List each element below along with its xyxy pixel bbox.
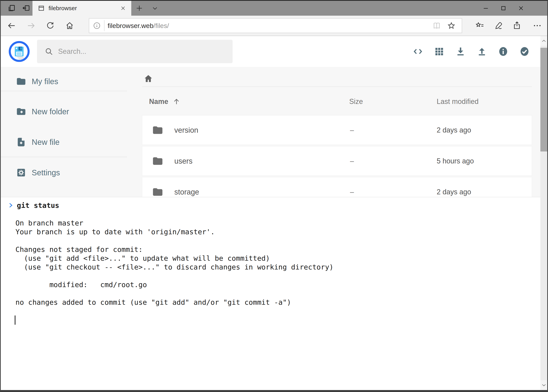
sidebar-item-label: My files	[32, 77, 58, 86]
close-window-button[interactable]	[512, 1, 530, 16]
folder-icon	[152, 186, 163, 198]
terminal-line: modified: cmd/root.go	[15, 280, 536, 289]
refresh-icon	[46, 21, 55, 30]
terminal-panel[interactable]: git status On branch master Your branch …	[1, 197, 540, 390]
row-size: –	[350, 157, 354, 165]
share-button[interactable]	[509, 17, 526, 34]
terminal-line	[15, 236, 536, 245]
url-separator	[104, 20, 104, 31]
sidebar-item-label: Settings	[32, 168, 60, 177]
sort-ascending-icon	[173, 98, 180, 105]
tab-list-button[interactable]	[149, 1, 161, 16]
column-header-size[interactable]: Size	[349, 98, 363, 106]
terminal-line	[15, 272, 536, 280]
back-icon	[7, 21, 16, 30]
sidebar-item-label: New folder	[32, 107, 69, 116]
tab-favicon	[38, 5, 45, 12]
refresh-button[interactable]	[42, 17, 59, 34]
terminal-line: (use "git checkout -- <file>..." to disc…	[15, 263, 536, 272]
maximize-button[interactable]	[495, 1, 512, 16]
row-size: –	[350, 188, 354, 196]
row-size: –	[350, 126, 354, 134]
search-bar[interactable]	[37, 40, 233, 63]
chevron-down-icon	[151, 5, 159, 12]
row-modified: 2 days ago	[437, 126, 471, 134]
address-bar[interactable]: filebrowser.web/files/	[89, 18, 462, 33]
search-input[interactable]	[58, 47, 233, 56]
hub-icon	[475, 21, 485, 30]
listing-header: Name Size Last modified	[142, 98, 532, 107]
scroll-down-button[interactable]	[540, 380, 547, 390]
minimize-button[interactable]	[477, 1, 495, 16]
terminal-command: git status	[17, 201, 59, 210]
terminal-line: (use "git add <file>..." to update what …	[15, 254, 536, 263]
forward-icon	[27, 21, 36, 30]
info-button[interactable]	[498, 46, 508, 57]
file-row-users[interactable]: users – 5 hours ago	[142, 146, 532, 176]
terminal-line: Changes not staged for commit:	[15, 245, 536, 254]
minimize-icon	[482, 5, 489, 12]
pen-icon	[494, 21, 503, 30]
home-button[interactable]	[61, 17, 78, 34]
folder-icon	[152, 155, 163, 167]
breadcrumb-home-icon[interactable]	[144, 74, 153, 83]
site-info-icon[interactable]	[93, 21, 101, 30]
tab-preview-icon	[7, 4, 16, 13]
prompt-chevron-icon	[7, 202, 14, 209]
terminal-line	[15, 307, 536, 315]
browser-window: filebrowser	[0, 0, 548, 392]
row-name: users	[174, 157, 193, 165]
folder-icon	[16, 76, 26, 86]
terminal-output: On branch master Your branch is up to da…	[15, 210, 536, 315]
listing-divider	[142, 86, 532, 87]
sidebar-divider	[1, 157, 127, 157]
terminal-line	[15, 210, 536, 219]
upload-button[interactable]	[477, 46, 487, 57]
url-path: /files/	[153, 22, 169, 29]
sidebar-item-label: New file	[32, 138, 59, 147]
favorites-hub-button[interactable]	[472, 17, 488, 34]
annotate-button[interactable]	[490, 17, 507, 34]
terminal-line: Your branch is up to date with 'origin/m…	[15, 227, 536, 236]
tab-preview-button[interactable]	[5, 1, 18, 16]
select-multiple-button[interactable]	[519, 46, 530, 57]
sidebar-item-my-files[interactable]: My files	[1, 75, 127, 88]
header-actions	[413, 36, 530, 67]
sidebar-item-settings[interactable]: Settings	[1, 166, 127, 179]
page-scrollbar[interactable]	[540, 36, 547, 390]
column-header-modified[interactable]: Last modified	[437, 98, 479, 106]
sidebar-item-new-folder[interactable]: New folder	[1, 105, 127, 118]
grid-view-button[interactable]	[434, 46, 444, 57]
search-icon	[44, 47, 53, 56]
browser-toolbar: filebrowser.web/files/	[1, 16, 547, 36]
column-label: Name	[149, 98, 168, 106]
back-button[interactable]	[3, 17, 20, 34]
set-tabs-aside-icon	[22, 4, 30, 13]
browser-tab[interactable]: filebrowser	[33, 1, 131, 16]
new-tab-button[interactable]	[133, 1, 146, 16]
scroll-up-button[interactable]	[540, 36, 547, 46]
settings-gear-icon	[16, 168, 26, 178]
more-menu-button[interactable]	[529, 17, 546, 34]
row-modified: 5 hours ago	[437, 157, 474, 165]
column-header-name[interactable]: Name	[149, 98, 180, 106]
download-button[interactable]	[455, 46, 466, 57]
scrollbar-thumb[interactable]	[540, 48, 547, 152]
new-file-icon	[16, 137, 26, 147]
tab-close-icon[interactable]	[120, 5, 126, 11]
reading-view-icon[interactable]	[432, 21, 441, 30]
filebrowser-logo	[9, 41, 30, 62]
terminal-cursor	[15, 315, 15, 325]
terminal-line: On branch master	[15, 219, 536, 227]
maximize-icon	[500, 5, 507, 12]
terminal-line	[15, 289, 536, 298]
terminal-prompt-line: git status	[1, 201, 59, 210]
share-icon	[513, 21, 522, 30]
row-modified: 2 days ago	[437, 188, 471, 196]
raw-code-button[interactable]	[413, 46, 423, 57]
sidebar-item-new-file[interactable]: New file	[1, 136, 127, 148]
forward-button[interactable]	[23, 17, 40, 34]
add-favorite-star-icon[interactable]	[447, 21, 456, 30]
file-row-version[interactable]: version – 2 days ago	[142, 115, 532, 145]
set-tabs-aside-button[interactable]	[19, 1, 33, 16]
